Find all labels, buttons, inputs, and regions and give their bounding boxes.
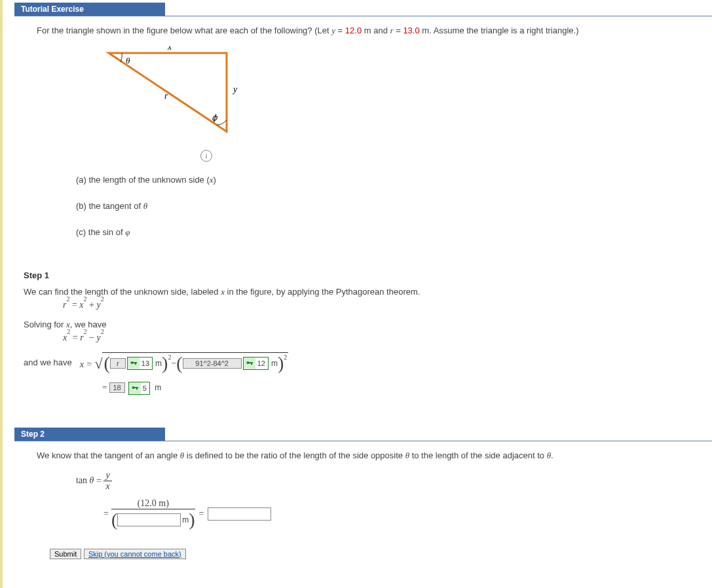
- eq-tan-val: = (12.0 m) ( m ) =: [103, 498, 703, 529]
- eq2: x2 = r2 − y2: [63, 333, 703, 343]
- input-result[interactable]: [208, 507, 271, 521]
- part-b: (b) the tangent of θ: [76, 201, 703, 211]
- svg-text:θ: θ: [126, 56, 130, 65]
- prompt-text: For the triangle shown in the figure bel…: [37, 26, 331, 35]
- step1-line2: Solving for x, we have: [24, 320, 703, 330]
- input-den[interactable]: [117, 513, 181, 526]
- part-a: (a) the length of the unknown side (x): [76, 175, 703, 185]
- input-x[interactable]: 18: [109, 382, 125, 393]
- step2-line1: We know that the tangent of an angle θ i…: [37, 450, 703, 461]
- input-y[interactable]: 91^2-84^2: [183, 358, 242, 369]
- step1-line1: We can find the length of the unknown si…: [24, 287, 703, 297]
- prompt: For the triangle shown in the figure bel…: [37, 26, 703, 36]
- tutorial-header-tab: Tutorial Exercise: [14, 3, 165, 16]
- correct-x: 5: [128, 382, 150, 395]
- svg-text:ϕ: ϕ: [212, 113, 218, 122]
- eq-tan: tan θ = y x: [76, 470, 703, 492]
- skip-link[interactable]: Skip (you cannot come back): [84, 549, 186, 559]
- step2-header: Step 2: [14, 428, 712, 441]
- eq4: = 18 5 m: [102, 382, 703, 395]
- input-r[interactable]: r: [110, 358, 126, 369]
- val-y: 12.0: [345, 26, 362, 35]
- submit-button[interactable]: Submit: [50, 549, 81, 559]
- correct-r: 13: [127, 357, 153, 370]
- key-icon: [129, 382, 141, 394]
- svg-text:x: x: [167, 46, 172, 52]
- key-icon: [244, 358, 255, 369]
- tutorial-header: Tutorial Exercise: [14, 3, 712, 16]
- subparts: (a) the length of the unknown side (x) (…: [76, 175, 703, 238]
- step2-header-tab: Step 2: [14, 428, 165, 441]
- svg-text:y: y: [232, 84, 238, 94]
- triangle-figure: x y r θ ϕ: [96, 46, 292, 145]
- step1: Step 1 We can find the length of the unk…: [14, 270, 712, 408]
- eq1: r2 = x2 + y2: [63, 300, 703, 310]
- info-icon[interactable]: i: [200, 150, 212, 162]
- actions: Submit Skip (you cannot come back): [50, 549, 703, 559]
- correct-y: 12: [243, 357, 269, 370]
- eq3: x = √ ( r 13 m: [80, 352, 288, 373]
- part-c: (c) the sin of φ: [76, 227, 703, 238]
- tutorial-content: For the triangle shown in the figure bel…: [14, 26, 712, 270]
- step1-andwehave: and we have: [24, 358, 72, 367]
- key-icon: [128, 358, 140, 369]
- val-r: 13.0: [403, 26, 419, 35]
- svg-text:r: r: [164, 91, 168, 101]
- step1-title: Step 1: [24, 270, 703, 280]
- step2-content: We know that the tangent of an angle θ i…: [14, 450, 712, 572]
